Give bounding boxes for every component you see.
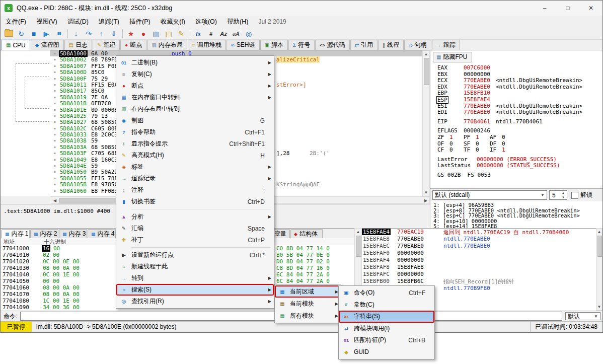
tab-references[interactable]: ⇄引用 <box>350 40 378 50</box>
breakpoint-dot-icon[interactable]: ● <box>54 151 56 155</box>
breakpoint-dot-icon[interactable]: ● <box>54 57 56 61</box>
breakpoint-dot-icon[interactable]: ● <box>54 176 56 180</box>
scroll-up-icon[interactable]: ▲ <box>423 52 429 56</box>
dump-tab-dump-4[interactable]: ▦内存 4 <box>88 229 116 238</box>
scroll-up-icon[interactable]: ▲ <box>355 230 361 234</box>
dump-tab-dump-3[interactable]: ▦内存 3 <box>59 229 87 238</box>
open-file-icon[interactable] <box>3 28 15 39</box>
menu-item-search[interactable]: ○搜索(S)▶ <box>116 284 274 296</box>
menubar-item[interactable]: 收藏夹(I) <box>156 16 190 28</box>
tab-log[interactable]: ▤日志 <box>64 40 92 50</box>
breakpoints-icon[interactable]: ● <box>137 28 149 39</box>
step-over-icon[interactable]: ↷ <box>83 28 95 39</box>
breakpoint-dot-icon[interactable]: ● <box>54 77 56 80</box>
notes-icon[interactable]: ✎ <box>175 28 187 39</box>
menu-item-goto-memory-window[interactable]: ▦在内存窗口中转到▶ <box>116 92 274 103</box>
menu-item-pattern[interactable]: 01匹配特征(P)Ctrl+B <box>339 334 434 346</box>
register-line[interactable]: OF0SF0DF0 <box>430 140 602 147</box>
register-line[interactable]: ZF1PF1AF0 <box>430 134 602 140</box>
stack-argument-line[interactable]: 1: [esp+4] 96A59BB3 <box>430 202 602 207</box>
menu-item-instruction-help[interactable]: ?指令帮助Ctrl+F1 <box>116 126 274 138</box>
scroll-thumb[interactable] <box>356 236 361 257</box>
register-line[interactable]: ESI770EABE0<ntdll.DbgUiRemoteBreakin> <box>430 103 602 109</box>
hide-fpu-button[interactable]: ▦ 隐藏FPU <box>433 52 472 62</box>
scroll-down-icon[interactable]: ▼ <box>423 190 429 195</box>
breakpoint-dot-icon[interactable]: ● <box>54 189 56 192</box>
menu-item-label[interactable]: ◈标签▶ <box>116 161 274 173</box>
pause-icon[interactable]: ▮▮ <box>53 28 65 39</box>
stack-argument-line[interactable]: 2: [esp+8] 770EABE0 <ntdll.DbgUiRemoteBr… <box>430 207 602 213</box>
breakpoint-dot-icon[interactable]: ● <box>54 89 56 92</box>
stack-row[interactable]: 15E8FAF400000000 <box>362 257 596 264</box>
breakpoint-dot-icon[interactable]: ● <box>54 83 56 86</box>
spin-down-icon[interactable]: ▼ <box>560 196 566 199</box>
tab-handles[interactable]: ◇句柄 <box>404 40 431 50</box>
menu-item-new-thread-here[interactable]: ≈新建线程于此 <box>116 261 274 272</box>
menubar-item[interactable]: 帮助(H) <box>222 16 253 28</box>
scroll-thumb[interactable] <box>424 58 429 85</box>
menu-item-goto[interactable]: →转到▶ <box>116 272 274 284</box>
step-into-icon[interactable]: ↓ <box>70 28 82 39</box>
menu-item-copy[interactable]: ≡复制(C)▶ <box>116 68 274 80</box>
argument-count-stepper[interactable]: 5 ▲ ▼ <box>549 190 567 200</box>
calculator-icon[interactable]: fx <box>192 28 204 39</box>
menubar-item[interactable]: 视图(V) <box>31 16 62 28</box>
menubar-item[interactable]: 调试(D) <box>62 16 94 28</box>
scroll-up-icon[interactable]: ▲ <box>596 230 602 234</box>
breakpoint-dot-icon[interactable]: ● <box>54 101 56 105</box>
menu-item-breakpoint[interactable]: ●断点▶ <box>116 80 274 92</box>
menu-item-comment[interactable]: ;注释; <box>116 184 274 196</box>
tab-breakpoints[interactable]: ●断点 <box>120 40 146 50</box>
strings-icon[interactable]: Az <box>217 28 230 39</box>
menu-item-guid[interactable]: ◆GUID <box>339 346 434 358</box>
log-icon[interactable]: ▤ <box>163 28 175 39</box>
menu-item-assemble[interactable]: ✎汇编Space <box>116 223 274 234</box>
stack-row[interactable]: 15E8FAE4770EAC19返回到 ntdll.770EAC19 自 ntd… <box>362 229 596 236</box>
register-line[interactable]: EDX770EABE0<ntdll.DbgUiRemoteBreakin> <box>430 84 602 90</box>
register-line[interactable]: LastError00000000 (ERROR_SUCCESS) <box>430 156 602 163</box>
breakpoint-dot-icon[interactable]: ● <box>54 120 56 123</box>
internet-icon[interactable]: ◎ <box>243 28 255 39</box>
register-line[interactable]: EIP770B4061ntdll.770B4061 <box>430 118 602 125</box>
case-icon[interactable]: aA <box>230 28 242 39</box>
stack-row[interactable]: 15E8FAEC770EABE0ntdll.770EABE0 <box>362 243 596 250</box>
breakpoint-dot-icon[interactable]: ● <box>54 164 56 167</box>
tab-script[interactable]: ▣脚本 <box>260 40 288 50</box>
breakpoint-dot-icon[interactable]: ● <box>54 114 56 117</box>
menu-item-string-references[interactable]: az字符串(S) <box>339 311 434 323</box>
register-line[interactable]: ECX770EABE0<ntdll.DbgUiRemoteBreakin> <box>430 77 602 84</box>
register-line[interactable]: LastStatus00000000 (STATUS_SUCCESS) <box>430 162 602 169</box>
memory-map-icon[interactable]: ▦ <box>150 28 162 39</box>
favourites-icon[interactable]: ★ <box>125 28 137 39</box>
menu-item-set-new-origin[interactable]: ▶设置新的运行点Ctrl+* <box>116 249 274 261</box>
scroll-down-icon[interactable]: ▼ <box>596 305 602 309</box>
register-line[interactable]: GS 002B FS 0053 <box>430 172 602 178</box>
breakpoint-dot-icon[interactable]: ● <box>54 51 56 55</box>
menu-item-find-references[interactable]: ◎查找引用(R)▶ <box>116 296 274 307</box>
stack-row[interactable]: 15E8FAF815E8FAE8 <box>362 264 596 271</box>
unlock-checkbox[interactable] <box>571 192 578 199</box>
menu-item-toggle-bookmark[interactable]: ▮切换书签Ctrl+D <box>116 196 274 207</box>
stack-row[interactable]: 15E8FB0015E8FB6C指向SEH_Record[1]的指针 <box>362 278 596 285</box>
register-line[interactable]: EFLAGS00000246 <box>430 127 602 134</box>
breakpoint-dot-icon[interactable]: ● <box>54 108 56 111</box>
tab-cpu[interactable]: ▦CPU <box>2 40 30 50</box>
menu-item-command[interactable]: ▣命令(O)Ctrl+F <box>339 287 434 299</box>
breakpoint-dot-icon[interactable]: ● <box>54 158 56 161</box>
register-line[interactable]: EBX00000000 <box>430 71 602 78</box>
scroll-right-icon[interactable]: ▶ <box>423 198 428 203</box>
menu-item-all-modules[interactable]: ▦所有模块▶ <box>275 310 341 322</box>
tab-seh[interactable]: ∞SEH链 <box>227 40 260 50</box>
dump-tab-dump-2[interactable]: ▦内存 2 <box>30 229 58 238</box>
breakpoint-dot-icon[interactable]: ● <box>54 145 56 149</box>
run-icon[interactable]: ▶ <box>40 28 52 39</box>
scroll-left-icon[interactable]: ◀ <box>52 198 57 203</box>
menu-item-goto-memory-layout[interactable]: ▥在内存布局中转到 <box>116 103 274 115</box>
stack-row[interactable]: 15E8FAF000000000 <box>362 250 596 257</box>
stack-argument-line[interactable]: 3: [esp+C] 770EABE0 <ntdll.DbgUiRemoteBr… <box>430 212 602 218</box>
calling-convention-select[interactable]: 默认 (stdcall) ▼ <box>432 190 547 200</box>
register-line[interactable]: CF0TF0IF1 <box>430 147 602 153</box>
menu-item-intermodular-calls[interactable]: ⇄跨模块调用(I) <box>339 323 434 335</box>
scroll-thumb[interactable] <box>597 236 602 257</box>
execute-till-return-icon[interactable]: ↑ <box>95 28 107 39</box>
